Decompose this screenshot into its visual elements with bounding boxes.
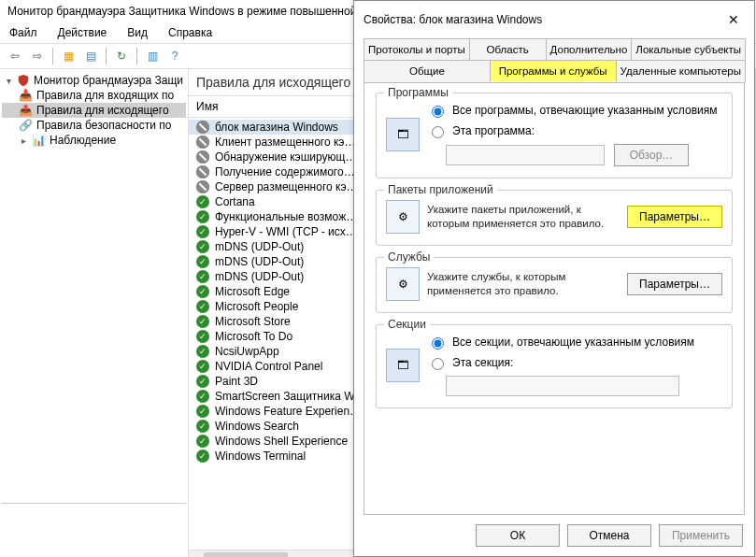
allow-icon <box>196 195 209 208</box>
rule-label: Windows Search <box>215 420 299 433</box>
expand-icon[interactable]: ▸ <box>19 136 28 146</box>
block-icon <box>196 180 209 193</box>
allow-icon <box>196 330 209 343</box>
rule-label: Microsoft Store <box>215 315 291 328</box>
rule-label: Сервер размещенного кэ… <box>215 180 358 193</box>
packages-desc: Укажите пакеты приложений, к которым при… <box>427 203 620 231</box>
apply-button[interactable]: Применить <box>659 524 743 547</box>
close-icon[interactable]: ✕ <box>722 8 745 31</box>
help-icon[interactable]: ? <box>165 47 184 65</box>
tab-advanced[interactable]: Дополнительно <box>546 38 633 60</box>
group-legend: Службы <box>384 250 434 264</box>
inbound-rules-icon: 📥 <box>19 89 33 102</box>
menu-file[interactable]: Файл <box>6 24 41 41</box>
tab-local-principals[interactable]: Локальные субъекты <box>631 38 746 60</box>
rule-label: NcsiUwpApp <box>215 345 279 358</box>
group-legend: Пакеты приложений <box>384 183 497 196</box>
tab-scope[interactable]: Область <box>469 38 547 60</box>
allow-icon <box>196 360 209 373</box>
browse-button[interactable]: Обзор… <box>614 144 689 166</box>
allow-icon <box>196 420 209 433</box>
menu-help[interactable]: Справка <box>164 24 216 41</box>
outbound-rules-icon: 📤 <box>19 104 33 117</box>
group-sections: Секции 🗔 Все секции, отвечающие указанны… <box>376 324 733 408</box>
back-icon[interactable]: ⇦ <box>6 47 24 65</box>
rule-label: Клиент размещенного кэ… <box>215 136 355 149</box>
radio-this-section[interactable]: Эта секция: <box>427 355 722 370</box>
rule-label: mDNS (UDP-Out) <box>215 270 304 283</box>
radio-input[interactable] <box>432 106 444 118</box>
rule-label: NVIDIA Control Panel <box>215 360 322 373</box>
collapse-icon[interactable]: ▾ <box>4 76 13 86</box>
rule-label: Paint 3D <box>215 375 258 388</box>
connection-rules-icon: 🔗 <box>19 119 33 132</box>
section-input[interactable] <box>446 376 679 396</box>
group-legend: Секции <box>384 318 430 331</box>
allow-icon <box>196 270 209 283</box>
nav-tree[interactable]: ▾ Монитор брандмауэра Защи 📥 Правила для… <box>0 69 189 557</box>
sections-icon: 🗔 <box>386 349 420 382</box>
tree-item-label: Правила для входящих по <box>36 89 174 102</box>
separator <box>136 48 137 64</box>
radio-this-program[interactable]: Эта программа: <box>427 123 722 138</box>
radio-input[interactable] <box>432 337 444 350</box>
separator <box>52 48 53 64</box>
ok-button[interactable]: ОК <box>476 524 560 547</box>
menu-view[interactable]: Вид <box>123 24 151 41</box>
rule-label: Получение содержимого… <box>215 165 355 179</box>
allow-icon <box>196 315 209 328</box>
refresh-icon[interactable]: ↻ <box>112 47 131 65</box>
tab-remote-computers[interactable]: Удаленные компьютеры <box>616 60 746 82</box>
allow-icon <box>196 390 209 403</box>
allow-icon <box>196 240 209 253</box>
block-icon <box>196 165 209 179</box>
rule-label: Microsoft To Do <box>215 330 292 343</box>
radio-input[interactable] <box>432 126 444 138</box>
radio-all-programs[interactable]: Все программы, отвечающие указанным усло… <box>427 103 722 118</box>
properties-icon[interactable]: ▤ <box>81 47 100 65</box>
group-services: Службы ⚙ Укажите службы, к которым приме… <box>376 257 733 313</box>
separator <box>106 48 107 64</box>
tree-item-label: Наблюдение <box>50 134 116 147</box>
rule-label: Hyper-V - WMI (TCP - исх… <box>215 225 357 238</box>
services-desc: Укажите службы, к которым применяется эт… <box>427 270 620 298</box>
packages-settings-button[interactable]: Параметры… <box>627 206 722 228</box>
menu-action[interactable]: Действие <box>54 24 111 41</box>
rule-label: Cortana <box>215 195 255 208</box>
new-icon[interactable]: ▦ <box>59 47 78 65</box>
export-icon[interactable]: ▥ <box>143 47 162 65</box>
rule-label: SmartScreen Защитника W… <box>215 390 366 403</box>
rule-label: блок магазина Windows <box>215 121 338 134</box>
rule-label: Microsoft Edge <box>215 285 290 298</box>
rule-label: Windows Shell Experience <box>215 435 348 448</box>
tab-protocols[interactable]: Протоколы и порты <box>364 38 470 60</box>
rule-label: Microsoft People <box>215 300 298 313</box>
tab-general[interactable]: Общие <box>364 60 491 82</box>
cancel-button[interactable]: Отмена <box>567 524 651 547</box>
forward-icon[interactable]: ⇨ <box>28 47 47 65</box>
services-icon: ⚙ <box>386 267 420 301</box>
tree-item-label: Правила безопасности по <box>36 119 171 132</box>
rule-label: Windows Terminal <box>215 450 306 463</box>
tree-item-outbound[interactable]: 📤 Правила для исходящего <box>2 103 186 118</box>
tree-item-monitoring[interactable]: ▸ 📊 Наблюдение <box>2 133 186 148</box>
radio-input[interactable] <box>432 358 444 370</box>
tree-item-label: Правила для исходящего <box>36 104 169 117</box>
group-legend: Программы <box>384 86 452 99</box>
radio-all-sections[interactable]: Все секции, отвечающие указанным условия… <box>427 335 722 350</box>
allow-icon <box>196 210 209 223</box>
tree-root[interactable]: ▾ Монитор брандмауэра Защи <box>2 73 186 88</box>
tab-programs-services[interactable]: Программы и службы <box>490 60 617 82</box>
rule-label: Обнаружение кэширующ… <box>215 150 356 164</box>
rule-label: Windows Feature Experien… <box>215 405 361 418</box>
dialog-title: Свойства: блок магазина Windows <box>364 13 542 26</box>
tree-item-consec[interactable]: 🔗 Правила безопасности по <box>2 118 186 133</box>
firewall-icon <box>17 74 30 87</box>
allow-icon <box>196 450 209 463</box>
radio-label: Эта программа: <box>452 124 535 137</box>
monitoring-icon: 📊 <box>32 134 46 147</box>
tree-item-inbound[interactable]: 📥 Правила для входящих по <box>2 88 186 103</box>
services-settings-button[interactable]: Параметры… <box>627 273 722 295</box>
program-path-input[interactable] <box>446 145 605 165</box>
programs-icon: 🗔 <box>386 118 420 151</box>
